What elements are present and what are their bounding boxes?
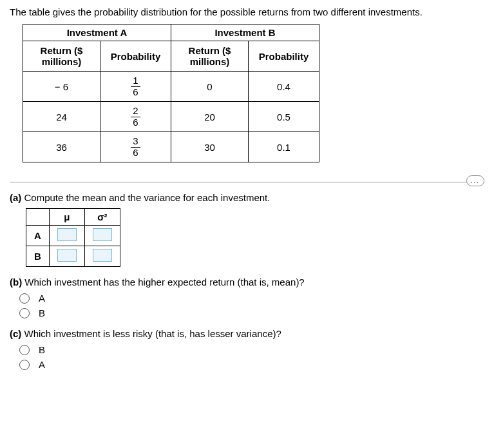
- corner-cell: [26, 209, 50, 226]
- header-investment-a: Investment A: [23, 24, 171, 41]
- table-row: 24 26 20 0.5: [23, 102, 319, 132]
- distribution-table: Investment A Investment B Return ($ mill…: [23, 24, 319, 162]
- col-prob-b: Probability: [249, 41, 319, 72]
- qb-label: (b): [10, 277, 22, 287]
- radio-option-c1[interactable]: B: [19, 344, 484, 355]
- sigma2-header: σ²: [84, 209, 120, 226]
- mu-header: μ: [49, 209, 84, 226]
- cell-return: 36: [23, 132, 100, 162]
- row-a-label: A: [26, 226, 50, 246]
- cell-return: 30: [171, 132, 249, 162]
- radio-label: A: [39, 293, 45, 304]
- radio-option-b1[interactable]: A: [19, 293, 484, 304]
- qb-text: Which investment has the higher expected…: [24, 277, 304, 287]
- radio-label: A: [39, 359, 45, 370]
- cell-prob: 16: [100, 72, 171, 102]
- radio-icon: [19, 293, 30, 304]
- col-return-a: Return ($ millions): [23, 41, 100, 72]
- qc-label: (c): [10, 328, 21, 339]
- radio-option-c2[interactable]: A: [19, 359, 484, 370]
- table-row: 36 36 30 0.1: [23, 132, 319, 162]
- row-b-label: B: [26, 246, 50, 267]
- radio-icon: [19, 308, 30, 318]
- input-cell: [49, 246, 84, 267]
- radio-label: B: [39, 344, 45, 355]
- cell-prob: 0.4: [249, 72, 319, 102]
- radio-option-b2[interactable]: B: [19, 307, 484, 318]
- table-row: − 6 16 0 0.4: [23, 72, 319, 102]
- col-return-b: Return ($ millions): [171, 41, 249, 72]
- cell-return: − 6: [23, 72, 100, 102]
- qc-text: Which investment is less risky (that is,…: [24, 328, 281, 339]
- intro-text: The table gives the probability distribu…: [10, 6, 484, 17]
- cell-prob: 0.5: [249, 102, 319, 132]
- input-cell: [49, 226, 84, 246]
- separator: [10, 182, 484, 182]
- input-cell: [84, 226, 120, 246]
- qa-text: Compute the mean and the variance for ea…: [24, 192, 271, 203]
- cell-prob: 0.1: [249, 132, 319, 162]
- radio-icon: [19, 360, 30, 370]
- col-prob-a: Probability: [100, 41, 171, 72]
- cell-return: 0: [171, 72, 249, 102]
- question-c: (c) Which investment is less risky (that…: [10, 328, 484, 370]
- input-a-sigma2[interactable]: [93, 228, 112, 241]
- radio-icon: [19, 345, 30, 355]
- cell-prob: 26: [100, 102, 171, 132]
- question-a: (a) Compute the mean and the variance fo…: [10, 192, 484, 267]
- cell-return: 20: [171, 102, 249, 132]
- cell-prob: 36: [100, 132, 171, 162]
- input-b-mu[interactable]: [57, 249, 77, 262]
- qa-label: (a): [10, 192, 21, 203]
- more-button[interactable]: ...: [466, 175, 484, 186]
- input-b-sigma2[interactable]: [93, 249, 112, 262]
- header-investment-b: Investment B: [171, 24, 319, 41]
- input-a-mu[interactable]: [57, 228, 77, 241]
- cell-return: 24: [23, 102, 100, 132]
- question-b: (b) Which investment has the higher expe…: [10, 277, 484, 318]
- input-cell: [84, 246, 120, 267]
- stats-input-table: μ σ² A B: [26, 208, 120, 267]
- radio-label: B: [39, 307, 45, 318]
